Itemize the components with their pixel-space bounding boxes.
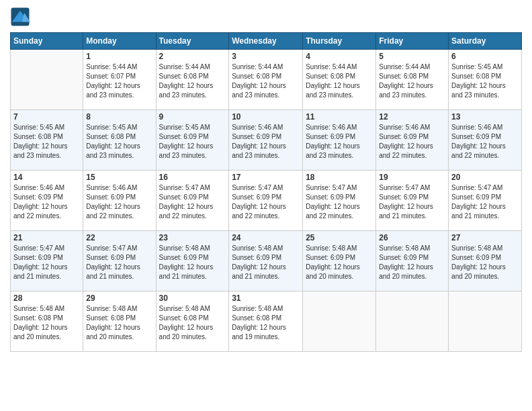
calendar-week-1: 1Sunrise: 5:44 AM Sunset: 6:07 PM Daylig… <box>11 50 522 110</box>
day-number: 10 <box>232 112 300 122</box>
day-number: 24 <box>232 233 300 242</box>
calendar-cell: 7Sunrise: 5:45 AM Sunset: 6:08 PM Daylig… <box>11 110 83 171</box>
day-header-tuesday: Tuesday <box>156 33 229 50</box>
calendar-cell <box>303 291 376 352</box>
logo <box>10 7 33 27</box>
logo-icon <box>10 7 30 27</box>
calendar-cell: 6Sunrise: 5:45 AM Sunset: 6:08 PM Daylig… <box>449 50 522 110</box>
calendar-cell: 2Sunrise: 5:44 AM Sunset: 6:08 PM Daylig… <box>156 50 229 110</box>
day-number: 12 <box>379 112 445 122</box>
calendar-week-5: 28Sunrise: 5:48 AM Sunset: 6:08 PM Dayli… <box>11 291 522 352</box>
day-info: Sunrise: 5:47 AM Sunset: 6:09 PM Dayligh… <box>451 183 519 221</box>
day-info: Sunrise: 5:48 AM Sunset: 6:09 PM Dayligh… <box>379 244 445 281</box>
day-info: Sunrise: 5:46 AM Sunset: 6:09 PM Dayligh… <box>13 183 80 221</box>
calendar-cell: 5Sunrise: 5:44 AM Sunset: 6:08 PM Daylig… <box>376 50 449 110</box>
day-number: 4 <box>306 52 373 61</box>
day-info: Sunrise: 5:44 AM Sunset: 6:08 PM Dayligh… <box>379 62 445 100</box>
day-header-monday: Monday <box>83 33 156 50</box>
day-number: 26 <box>379 233 445 242</box>
day-number: 29 <box>86 293 152 303</box>
day-number: 5 <box>379 52 445 61</box>
calendar-cell: 4Sunrise: 5:44 AM Sunset: 6:08 PM Daylig… <box>303 50 376 110</box>
day-number: 9 <box>159 112 226 122</box>
day-info: Sunrise: 5:48 AM Sunset: 6:09 PM Dayligh… <box>159 244 226 281</box>
calendar-table: SundayMondayTuesdayWednesdayThursdayFrid… <box>10 32 522 352</box>
calendar-cell: 21Sunrise: 5:47 AM Sunset: 6:09 PM Dayli… <box>11 231 83 291</box>
calendar-cell: 9Sunrise: 5:45 AM Sunset: 6:09 PM Daylig… <box>156 110 229 171</box>
calendar-week-4: 21Sunrise: 5:47 AM Sunset: 6:09 PM Dayli… <box>11 231 522 291</box>
calendar-cell: 8Sunrise: 5:45 AM Sunset: 6:08 PM Daylig… <box>83 110 156 171</box>
day-number: 14 <box>13 173 80 182</box>
day-info: Sunrise: 5:46 AM Sunset: 6:09 PM Dayligh… <box>232 123 300 161</box>
calendar-cell: 20Sunrise: 5:47 AM Sunset: 6:09 PM Dayli… <box>449 171 522 231</box>
day-info: Sunrise: 5:47 AM Sunset: 6:09 PM Dayligh… <box>86 244 152 281</box>
page-header <box>10 7 522 27</box>
calendar-cell: 15Sunrise: 5:46 AM Sunset: 6:09 PM Dayli… <box>83 171 156 231</box>
calendar-cell: 18Sunrise: 5:47 AM Sunset: 6:09 PM Dayli… <box>303 171 376 231</box>
day-info: Sunrise: 5:46 AM Sunset: 6:09 PM Dayligh… <box>451 123 519 161</box>
day-header-saturday: Saturday <box>449 33 522 50</box>
day-number: 17 <box>232 173 300 182</box>
day-number: 23 <box>159 233 226 242</box>
calendar-cell: 31Sunrise: 5:48 AM Sunset: 6:08 PM Dayli… <box>229 291 303 352</box>
day-info: Sunrise: 5:44 AM Sunset: 6:08 PM Dayligh… <box>306 62 373 100</box>
day-number: 6 <box>451 52 519 61</box>
day-info: Sunrise: 5:45 AM Sunset: 6:08 PM Dayligh… <box>451 62 519 100</box>
day-number: 11 <box>306 112 373 122</box>
calendar-cell: 1Sunrise: 5:44 AM Sunset: 6:07 PM Daylig… <box>83 50 156 110</box>
day-header-wednesday: Wednesday <box>229 33 303 50</box>
calendar-cell: 10Sunrise: 5:46 AM Sunset: 6:09 PM Dayli… <box>229 110 303 171</box>
calendar-cell: 22Sunrise: 5:47 AM Sunset: 6:09 PM Dayli… <box>83 231 156 291</box>
day-number: 13 <box>451 112 519 122</box>
calendar-cell: 14Sunrise: 5:46 AM Sunset: 6:09 PM Dayli… <box>11 171 83 231</box>
calendar-cell: 29Sunrise: 5:48 AM Sunset: 6:08 PM Dayli… <box>83 291 156 352</box>
day-info: Sunrise: 5:47 AM Sunset: 6:09 PM Dayligh… <box>159 183 226 221</box>
day-info: Sunrise: 5:47 AM Sunset: 6:09 PM Dayligh… <box>232 183 300 221</box>
day-info: Sunrise: 5:48 AM Sunset: 6:08 PM Dayligh… <box>159 304 226 342</box>
day-number: 1 <box>86 52 152 61</box>
day-info: Sunrise: 5:48 AM Sunset: 6:08 PM Dayligh… <box>13 304 80 342</box>
calendar-cell: 28Sunrise: 5:48 AM Sunset: 6:08 PM Dayli… <box>11 291 83 352</box>
calendar-cell: 17Sunrise: 5:47 AM Sunset: 6:09 PM Dayli… <box>229 171 303 231</box>
calendar-cell: 12Sunrise: 5:46 AM Sunset: 6:09 PM Dayli… <box>376 110 449 171</box>
calendar-cell: 26Sunrise: 5:48 AM Sunset: 6:09 PM Dayli… <box>376 231 449 291</box>
day-number: 8 <box>86 112 152 122</box>
day-number: 21 <box>13 233 80 242</box>
calendar-cell <box>376 291 449 352</box>
calendar-cell: 27Sunrise: 5:48 AM Sunset: 6:09 PM Dayli… <box>449 231 522 291</box>
day-info: Sunrise: 5:47 AM Sunset: 6:09 PM Dayligh… <box>306 183 373 221</box>
day-info: Sunrise: 5:48 AM Sunset: 6:09 PM Dayligh… <box>232 244 300 281</box>
day-number: 25 <box>306 233 373 242</box>
calendar-cell: 25Sunrise: 5:48 AM Sunset: 6:09 PM Dayli… <box>303 231 376 291</box>
day-number: 20 <box>451 173 519 182</box>
day-info: Sunrise: 5:45 AM Sunset: 6:09 PM Dayligh… <box>159 123 226 161</box>
day-number: 31 <box>232 293 300 303</box>
day-info: Sunrise: 5:48 AM Sunset: 6:09 PM Dayligh… <box>306 244 373 281</box>
day-info: Sunrise: 5:46 AM Sunset: 6:09 PM Dayligh… <box>86 183 152 221</box>
day-number: 22 <box>86 233 152 242</box>
day-info: Sunrise: 5:44 AM Sunset: 6:08 PM Dayligh… <box>232 62 300 100</box>
day-number: 15 <box>86 173 152 182</box>
day-number: 27 <box>451 233 519 242</box>
day-info: Sunrise: 5:44 AM Sunset: 6:08 PM Dayligh… <box>159 62 226 100</box>
calendar-header-row: SundayMondayTuesdayWednesdayThursdayFrid… <box>11 33 522 50</box>
day-info: Sunrise: 5:47 AM Sunset: 6:09 PM Dayligh… <box>13 244 80 281</box>
day-number: 3 <box>232 52 300 61</box>
day-info: Sunrise: 5:45 AM Sunset: 6:08 PM Dayligh… <box>86 123 152 161</box>
day-number: 2 <box>159 52 226 61</box>
day-header-friday: Friday <box>376 33 449 50</box>
day-number: 30 <box>159 293 226 303</box>
day-info: Sunrise: 5:47 AM Sunset: 6:09 PM Dayligh… <box>379 183 445 221</box>
calendar-cell: 24Sunrise: 5:48 AM Sunset: 6:09 PM Dayli… <box>229 231 303 291</box>
day-number: 28 <box>13 293 80 303</box>
calendar-week-2: 7Sunrise: 5:45 AM Sunset: 6:08 PM Daylig… <box>11 110 522 171</box>
day-info: Sunrise: 5:46 AM Sunset: 6:09 PM Dayligh… <box>379 123 445 161</box>
day-header-thursday: Thursday <box>303 33 376 50</box>
calendar-cell: 23Sunrise: 5:48 AM Sunset: 6:09 PM Dayli… <box>156 231 229 291</box>
calendar-cell <box>11 50 83 110</box>
calendar-cell: 16Sunrise: 5:47 AM Sunset: 6:09 PM Dayli… <box>156 171 229 231</box>
calendar-cell: 13Sunrise: 5:46 AM Sunset: 6:09 PM Dayli… <box>449 110 522 171</box>
day-info: Sunrise: 5:45 AM Sunset: 6:08 PM Dayligh… <box>13 123 80 161</box>
day-info: Sunrise: 5:48 AM Sunset: 6:09 PM Dayligh… <box>451 244 519 281</box>
day-info: Sunrise: 5:48 AM Sunset: 6:08 PM Dayligh… <box>232 304 300 342</box>
